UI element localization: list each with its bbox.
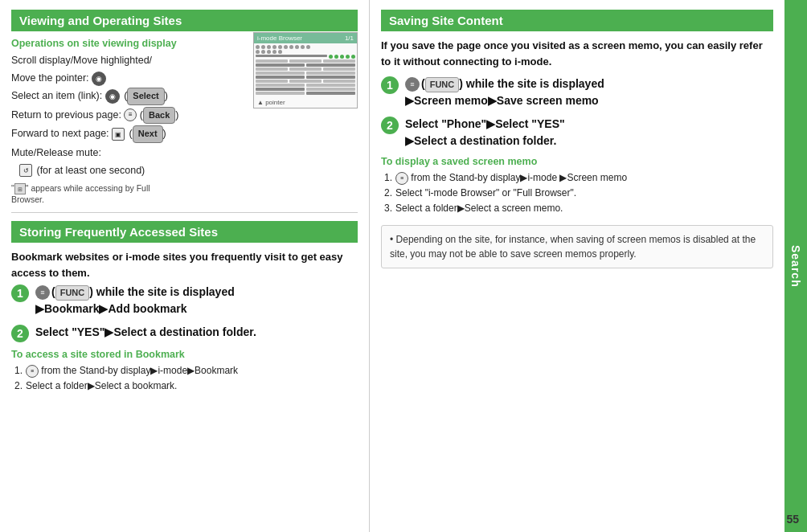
func-btn-r: FUNC bbox=[425, 77, 460, 92]
next-button: Next bbox=[133, 125, 163, 143]
step2-content: Select "YES"▶Select a destination folder… bbox=[35, 324, 256, 341]
step2-right: 2 Select "Phone"▶Select "YES"▶Select a d… bbox=[381, 116, 773, 149]
select-icon: ◉ bbox=[105, 89, 120, 104]
access-item-2: Select a folder▶Select a bookmark. bbox=[14, 379, 358, 394]
menu-icon-3: ≡ bbox=[395, 172, 408, 185]
mute-sub-item: ↺ (for at least one second) bbox=[11, 162, 358, 178]
browser-header: i-mode Browser 1/1 bbox=[254, 33, 357, 43]
menu-icon-2: ≡ bbox=[26, 365, 39, 378]
menu-icon: ≡ bbox=[124, 108, 137, 121]
browser-screenshot: i-mode Browser 1/1 ▲ pointer bbox=[253, 32, 358, 108]
step1-right-number: 1 bbox=[381, 76, 399, 94]
pointer-annotation-area: ▲ pointer bbox=[254, 97, 357, 108]
page-number: 55 bbox=[786, 513, 799, 526]
joystick-icon: ◉ bbox=[92, 72, 106, 86]
browser-body bbox=[254, 43, 357, 97]
access-item-1: ≡ from the Stand-by display▶i-mode▶Bookm… bbox=[14, 363, 358, 379]
step2-left: 2 Select "YES"▶Select a destination fold… bbox=[11, 324, 358, 342]
divider1 bbox=[11, 212, 358, 213]
access-list: ≡ from the Stand-by display▶i-mode▶Bookm… bbox=[11, 363, 358, 394]
func-icon-r: ≡ bbox=[405, 77, 420, 92]
pointer-note: "⊞" appears while accessing by Full Brow… bbox=[11, 183, 172, 204]
right-intro: If you save the page once you visited as… bbox=[381, 38, 773, 69]
left-panel: Viewing and Operating Sites i-mode Brows… bbox=[0, 0, 370, 532]
next-item: Forward to next page: ▣ (Next) bbox=[11, 125, 358, 143]
step1-left: 1 ≡(FUNC) while the site is displayed ▶B… bbox=[11, 284, 358, 317]
access-title: To access a site stored in Bookmark bbox=[11, 349, 358, 360]
mute-item: Mute/Release mute: bbox=[11, 145, 358, 161]
sidebar-tab: Search bbox=[784, 0, 807, 532]
tv-icon: ▣ bbox=[112, 128, 125, 141]
display-title: To display a saved screen memo bbox=[381, 156, 773, 167]
step2-right-number: 2 bbox=[381, 117, 399, 134]
display-item-1: ≡ from the Stand-by display▶i-mode ▶Scre… bbox=[384, 170, 773, 186]
note-box: • Depending on the site, for instance, w… bbox=[381, 225, 773, 268]
select-button: Select bbox=[127, 88, 164, 105]
section1-header: Viewing and Operating Sites bbox=[11, 10, 358, 31]
func-icon: ≡ bbox=[35, 285, 50, 300]
full-browser-icon: ⊞ bbox=[14, 183, 26, 194]
section2-intro: Bookmark websites or i-mode sites you fr… bbox=[11, 249, 358, 280]
display-item-2: Select "i-mode Browser" or "Full Browser… bbox=[384, 186, 773, 201]
step2-right-content: Select "Phone"▶Select "YES"▶Select a des… bbox=[405, 116, 565, 149]
display-item-3: Select a folder▶Select a screen memo. bbox=[384, 201, 773, 216]
step1-right-content: ≡(FUNC) while the site is displayed ▶Scr… bbox=[405, 76, 604, 109]
back-button: Back bbox=[143, 107, 175, 125]
step1-content: ≡(FUNC) while the site is displayed ▶Boo… bbox=[35, 284, 235, 317]
step1-number: 1 bbox=[11, 284, 29, 302]
mute-icon: ↺ bbox=[19, 164, 32, 177]
right-steps: 1 ≡(FUNC) while the site is displayed ▶S… bbox=[381, 76, 773, 149]
step1-right: 1 ≡(FUNC) while the site is displayed ▶S… bbox=[381, 76, 773, 109]
right-panel: Saving Site Content If you save the page… bbox=[370, 0, 784, 532]
section2-header: Storing Frequently Accessed Sites bbox=[11, 221, 358, 243]
back-item: Return to previous page: ≡ (Back) bbox=[11, 107, 358, 125]
func-btn: FUNC bbox=[55, 285, 90, 301]
step2-number: 2 bbox=[11, 325, 29, 342]
right-section-header: Saving Site Content bbox=[381, 10, 773, 31]
display-list: ≡ from the Stand-by display▶i-mode ▶Scre… bbox=[381, 170, 773, 217]
